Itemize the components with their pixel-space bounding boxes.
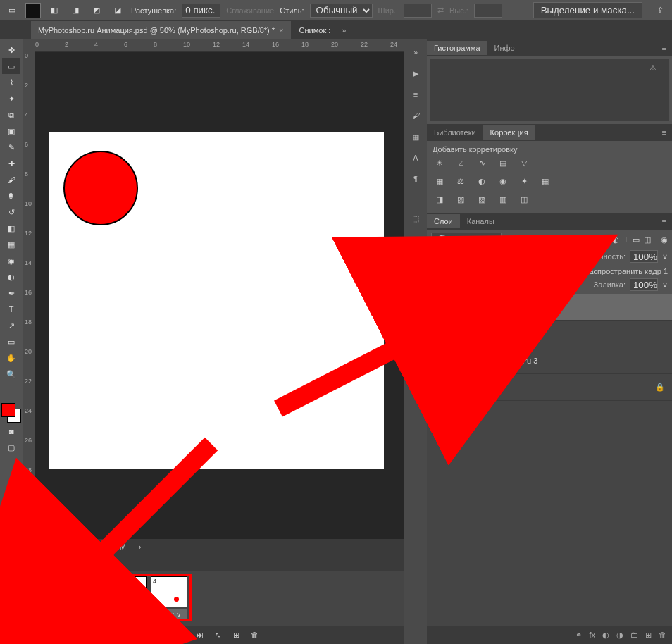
lasso-tool-icon[interactable]: ⌇ xyxy=(2,75,20,90)
dock-char-icon[interactable]: A xyxy=(406,149,425,166)
delete-layer-icon[interactable]: 🗑 xyxy=(659,631,666,639)
feather-input[interactable] xyxy=(182,4,220,18)
hand-tool-icon[interactable]: ✋ xyxy=(2,350,20,366)
crop-tool-icon[interactable]: ⧉ xyxy=(2,107,20,123)
path-tool-icon[interactable]: ↗ xyxy=(2,318,20,333)
adj-post-icon[interactable]: ▨ xyxy=(454,193,468,206)
tab-histogram[interactable]: Гистограмма xyxy=(427,41,487,55)
loop-select[interactable]: Однократно xyxy=(46,628,114,641)
layer-row[interactable]: 👁 MyPhotoshop.ru xyxy=(427,294,672,321)
status-chevron-icon[interactable]: › xyxy=(139,543,142,551)
tabs-overflow-icon[interactable]: » xyxy=(342,26,346,35)
brush-tool-icon[interactable]: 🖌 xyxy=(2,172,20,187)
lock-all-icon[interactable]: 🔒 xyxy=(520,280,530,290)
dock-history-icon[interactable]: ≡ xyxy=(406,86,425,103)
fx-icon[interactable]: fx xyxy=(589,631,595,639)
rect-tool-icon[interactable]: ▭ xyxy=(2,334,20,349)
layer-thumb[interactable] xyxy=(449,323,471,345)
timeline-frame[interactable]: 4 0 сек.∨ xyxy=(151,576,187,620)
layer-row[interactable]: MyPhotoshop.ru 2 xyxy=(427,321,672,347)
lock-art-icon[interactable]: ▭ xyxy=(509,280,516,290)
panel-menu-icon[interactable]: ≡ xyxy=(657,44,672,52)
adj-invert-icon[interactable]: ◨ xyxy=(433,193,447,206)
marquee-tool-icon[interactable]: ▭ xyxy=(4,3,20,18)
lock-paint-icon[interactable]: 🖌 xyxy=(486,280,494,289)
tab-libraries[interactable]: Библиотеки xyxy=(427,125,483,140)
last-frame-icon[interactable]: ⏭ xyxy=(193,628,206,641)
propagate-checkbox[interactable] xyxy=(571,266,580,275)
group-icon[interactable]: 🗀 xyxy=(630,631,638,639)
filter-type-icon[interactable]: T xyxy=(623,235,628,244)
sel-sub-icon[interactable]: ◩ xyxy=(89,3,104,18)
heal-tool-icon[interactable]: ✚ xyxy=(2,156,20,171)
adj-layer-icon[interactable]: ◑ xyxy=(616,631,623,640)
lock-trans-icon[interactable]: ▦ xyxy=(475,280,482,290)
history-brush-icon[interactable]: ↺ xyxy=(2,204,20,220)
layer-row[interactable]: MyPhotoshop.ru 3 xyxy=(427,347,672,374)
mask-icon[interactable]: ◐ xyxy=(602,631,609,640)
stamp-tool-icon[interactable]: ⧯ xyxy=(2,188,20,204)
zoom-value[interactable]: 50% xyxy=(28,542,51,552)
dock-3d-icon[interactable]: ⬚ xyxy=(406,210,425,227)
unify-pos-icon[interactable]: ✥ xyxy=(494,266,501,275)
warning-icon[interactable]: ⚠ xyxy=(649,63,657,73)
adj-hue-icon[interactable]: ▦ xyxy=(433,175,447,187)
new-frame-icon[interactable]: ⊞ xyxy=(230,628,242,641)
adj-photo-icon[interactable]: ◉ xyxy=(496,175,510,187)
panel-menu-icon[interactable]: ≡ xyxy=(657,128,672,137)
delete-frame-icon[interactable]: 🗑 xyxy=(248,628,261,641)
adj-thresh-icon[interactable]: ▧ xyxy=(475,193,489,206)
visibility-icon[interactable] xyxy=(427,321,445,347)
fill-input[interactable] xyxy=(630,278,658,291)
adj-mixer-icon[interactable]: ✦ xyxy=(517,175,531,187)
sel-int-icon[interactable]: ◪ xyxy=(110,3,125,18)
adj-bw-icon[interactable]: ◐ xyxy=(475,175,489,187)
layer-row[interactable]: Фон 🔒 xyxy=(427,374,672,401)
sel-add-icon[interactable]: ◨ xyxy=(68,3,83,18)
timeline-frame[interactable]: 3 0 сек.∨ xyxy=(110,576,147,620)
unify-vis-icon[interactable]: 👁 xyxy=(505,267,513,275)
timeline-frame[interactable]: 2 0 сек.∨ xyxy=(69,576,106,620)
unify-style-icon[interactable]: fx xyxy=(517,267,523,275)
blend-mode-select[interactable]: Обычные xyxy=(431,249,561,264)
blur-tool-icon[interactable]: ◉ xyxy=(2,253,20,268)
new-layer-icon[interactable]: ⊞ xyxy=(645,631,652,640)
quickmask-icon[interactable]: ◙ xyxy=(2,423,20,439)
style-select[interactable]: Обычный xyxy=(310,4,373,18)
filter-smart-icon[interactable]: ◫ xyxy=(644,235,651,244)
lock-pos-icon[interactable]: ✥ xyxy=(498,280,504,290)
adj-brightness-icon[interactable]: ☀ xyxy=(433,156,447,169)
type-tool-icon[interactable]: T xyxy=(2,302,20,317)
pen-tool-icon[interactable]: ✒ xyxy=(2,285,20,301)
move-tool-icon[interactable]: ✥ xyxy=(2,42,20,58)
frame-duration[interactable]: 0 сек.∨ xyxy=(110,609,147,620)
link-icon[interactable]: ⚭ xyxy=(575,631,582,640)
layer-thumb[interactable] xyxy=(449,297,471,318)
dock-para-icon[interactable]: ¶ xyxy=(406,171,425,187)
dock-swatch-icon[interactable]: ▦ xyxy=(406,128,425,145)
canvas-area[interactable] xyxy=(35,52,404,539)
share-icon[interactable]: ⇪ xyxy=(652,3,668,18)
visibility-icon[interactable] xyxy=(427,347,445,374)
marquee-tool-icon[interactable]: ▭ xyxy=(2,58,20,74)
chevron-down-icon[interactable]: ∨ xyxy=(662,252,668,261)
timeline-menu-icon[interactable]: ≡ xyxy=(28,628,41,641)
adj-grad-icon[interactable]: ▥ xyxy=(496,193,510,206)
gradient-tool-icon[interactable]: ▦ xyxy=(2,237,20,252)
adj-levels-icon[interactable]: ⟀ xyxy=(454,156,468,169)
sel-new-icon[interactable]: ◧ xyxy=(46,3,62,18)
color-swatches[interactable] xyxy=(1,403,21,423)
fg-color[interactable] xyxy=(1,403,15,417)
frame-thumb[interactable]: 3 xyxy=(110,576,147,607)
frame-duration[interactable]: 0 сек.∨ xyxy=(69,609,106,620)
frame-thumb[interactable]: 1 xyxy=(28,576,65,607)
layer-thumb[interactable] xyxy=(449,350,471,371)
visibility-icon[interactable]: 👁 xyxy=(427,294,445,321)
color-swatch[interactable] xyxy=(25,3,41,18)
tab-layers[interactable]: Слои xyxy=(427,214,460,228)
adj-balance-icon[interactable]: ⚖ xyxy=(454,175,468,187)
first-frame-icon[interactable]: ⏮ xyxy=(120,628,132,641)
eraser-tool-icon[interactable]: ◧ xyxy=(2,221,20,236)
doc-tab-2[interactable]: Снимок : xyxy=(292,21,338,39)
timeline-frame[interactable]: 1 0 сек.∨ xyxy=(28,576,65,620)
